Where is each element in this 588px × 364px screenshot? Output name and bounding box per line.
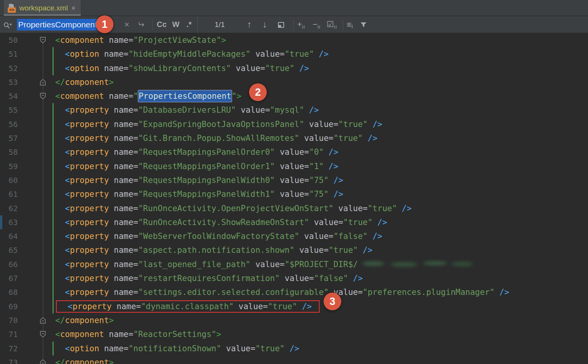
line-number: 71: [0, 327, 18, 341]
vcs-change-bar: [53, 215, 54, 229]
code-text: <property name="aspect.path.notification…: [55, 243, 588, 257]
code-line[interactable]: 54<component name="PropertiesComponent">: [0, 89, 588, 103]
annotation-badge-1: 1: [96, 15, 114, 33]
tab-close-icon[interactable]: ×: [71, 5, 76, 12]
redacted-text: [361, 259, 474, 268]
fold-column: [18, 285, 55, 299]
line-number: 54: [0, 89, 18, 103]
line-number: 55: [0, 103, 18, 117]
code-line[interactable]: 68 <property name="settings.editor.selec…: [0, 285, 588, 299]
toolbar-divider: [343, 19, 343, 30]
line-number: 61: [0, 187, 18, 201]
active-tab-underline: [4, 14, 81, 16]
fold-column: [18, 131, 55, 145]
search-in-selection-button[interactable]: ≡I: [347, 20, 353, 29]
code-text: <property name="dynamic.classpath" value…: [55, 300, 588, 313]
fold-marker-icon[interactable]: [18, 75, 55, 89]
code-line[interactable]: 53</component>: [0, 75, 588, 89]
editor[interactable]: 50<component name="ProjectViewState">51 …: [0, 33, 588, 364]
code-line[interactable]: 63 <property name="RunOnceActivity.ShowR…: [0, 215, 588, 229]
toolbar-divider: [152, 19, 153, 30]
regex-toggle[interactable]: .*: [186, 20, 191, 29]
fold-marker-icon[interactable]: [18, 89, 55, 103]
annotation-badge-2: 2: [249, 83, 267, 101]
code-line[interactable]: 51 <option name="hideEmptyMiddlePackages…: [0, 47, 588, 61]
code-lines: 50<component name="ProjectViewState">51 …: [0, 33, 588, 364]
code-line[interactable]: 71<component name="ReactorSettings">: [0, 327, 588, 341]
code-line[interactable]: 57 <property name="Git.Branch.Popup.Show…: [0, 131, 588, 145]
search-history-dropdown[interactable]: ▾: [4, 22, 17, 27]
vcs-change-bar: [53, 61, 54, 75]
line-number: 67: [0, 271, 18, 285]
fold-column: [18, 243, 55, 257]
next-occurrence-button[interactable]: ↓: [263, 19, 267, 30]
fold-column: [18, 173, 55, 187]
search-match-highlight: PropertiesComponent: [138, 90, 232, 102]
open-in-find-window-icon[interactable]: [278, 22, 284, 28]
code-line[interactable]: 58 <property name="RequestMappingsPanelO…: [0, 145, 588, 159]
code-line[interactable]: 60 <property name="RequestMappingsPanelW…: [0, 173, 588, 187]
clear-search-icon[interactable]: ×: [124, 20, 129, 30]
filter-icon[interactable]: [360, 22, 367, 29]
select-all-occurrences-button[interactable]: ☑II: [327, 20, 337, 29]
code-line[interactable]: 72 <option name="notificationShown" valu…: [0, 342, 588, 356]
fold-marker-icon[interactable]: [18, 33, 55, 47]
line-number: 64: [0, 229, 18, 243]
code-line[interactable]: 65 <property name="aspect.path.notificat…: [0, 243, 588, 257]
vcs-change-bar: [53, 300, 54, 313]
fold-column: [18, 257, 55, 271]
vcs-change-bar: [53, 117, 54, 131]
vcs-change-bar: [53, 285, 54, 299]
code-line[interactable]: 56 <property name="ExpandSpringBootJavaO…: [0, 117, 588, 131]
line-number: 63: [0, 215, 18, 229]
code-line[interactable]: 67 <property name="restartRequiresConfir…: [0, 271, 588, 285]
previous-occurrence-button[interactable]: ↑: [247, 19, 252, 30]
code-line[interactable]: 61 <property name="RequestMappingsPanelW…: [0, 187, 588, 201]
fold-marker-icon[interactable]: [18, 327, 55, 341]
code-text: <component name="ProjectViewState">: [55, 33, 588, 47]
ide-window: <> workspace.xml × ▾ PropertiesComponent…: [0, 0, 588, 364]
tab-workspace-xml[interactable]: <> workspace.xml ×: [4, 0, 81, 16]
fold-column: [18, 61, 55, 75]
code-line[interactable]: 52 <option name="showLibraryContents" va…: [0, 61, 588, 75]
toolbar-divider: [197, 16, 198, 33]
code-line[interactable]: 69 <property name="dynamic.classpath" va…: [0, 300, 588, 313]
code-text: <property name="WebServerToolWindowFacto…: [55, 229, 588, 243]
code-text: <component name="PropertiesComponent">: [55, 89, 588, 103]
match-case-toggle[interactable]: Cc: [157, 20, 167, 29]
code-line[interactable]: 62 <property name="RunOnceActivity.OpenP…: [0, 201, 588, 215]
code-line[interactable]: 70</component>: [0, 313, 588, 327]
code-text: <option name="hideEmptyMiddlePackages" v…: [55, 47, 588, 61]
line-number: 73: [0, 356, 18, 364]
vcs-change-bar: [53, 201, 54, 215]
vcs-change-bar: [53, 229, 54, 243]
tab-title: workspace.xml: [19, 4, 68, 12]
code-line[interactable]: 66 <property name="last_opened_file_path…: [0, 257, 588, 271]
fold-column: [18, 187, 55, 201]
code-text: <property name="RequestMappingsPanelOrde…: [55, 159, 588, 173]
code-line[interactable]: 73</component>: [0, 356, 588, 364]
annotation-badge-3: 3: [324, 293, 341, 310]
match-count: 1/1: [215, 20, 225, 29]
code-line[interactable]: 64 <property name="WebServerToolWindowFa…: [0, 229, 588, 243]
vcs-change-bar: [53, 131, 54, 145]
code-line[interactable]: 59 <property name="RequestMappingsPanelO…: [0, 159, 588, 173]
fold-column: [18, 47, 55, 61]
left-edge-marker: [0, 215, 2, 229]
fold-marker-icon[interactable]: [18, 313, 55, 327]
code-text: <property name="restartRequiresConfirmat…: [55, 271, 588, 285]
code-text: <property name="RequestMappingsPanelOrde…: [55, 145, 588, 159]
vcs-change-bar: [53, 103, 54, 117]
code-line[interactable]: 50<component name="ProjectViewState">: [0, 33, 588, 47]
code-text: <property name="RunOnceActivity.OpenProj…: [55, 201, 588, 215]
add-occurrence-button[interactable]: +II: [297, 20, 305, 29]
xml-icon-glyph: <>: [8, 7, 16, 13]
vcs-change-bar: [53, 271, 54, 285]
search-input[interactable]: PropertiesComponent: [17, 19, 98, 30]
insert-newline-icon[interactable]: ↵: [137, 20, 144, 30]
line-number: 50: [0, 33, 18, 47]
whole-words-toggle[interactable]: W: [172, 20, 180, 29]
code-line[interactable]: 55 <property name="DatabaseDriversLRU" v…: [0, 103, 588, 117]
remove-occurrence-button[interactable]: −II: [313, 20, 320, 29]
fold-marker-icon[interactable]: [18, 356, 55, 364]
